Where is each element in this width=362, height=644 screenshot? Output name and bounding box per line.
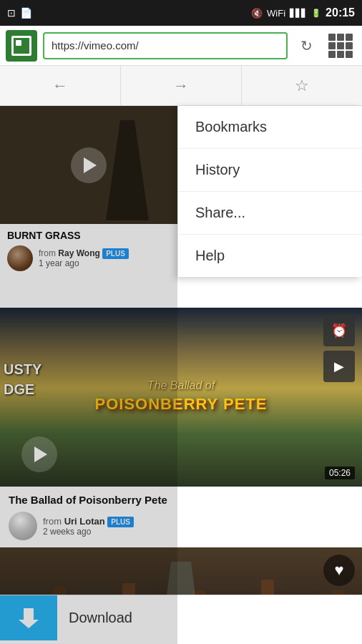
bookmark-icon: ☆ [295, 77, 309, 95]
screen-icon: ⊡ [7, 7, 16, 19]
mute-icon: 🔇 [251, 8, 263, 19]
url-input[interactable] [43, 32, 288, 59]
back-icon: ← [52, 77, 68, 95]
grid-icon [328, 34, 353, 58]
wifi-icon: WiFi [267, 8, 285, 19]
back-button[interactable]: ← [0, 66, 121, 105]
nav-bar: ← → ☆ [0, 66, 362, 106]
dropdown-menu: Bookmarks History Share... Help [177, 106, 362, 277]
bookmark-button[interactable]: ☆ [242, 66, 362, 105]
tabs-button[interactable] [325, 30, 356, 62]
share-button[interactable]: ▶ [323, 351, 355, 382]
status-bar: ⊡ 📄 🔇 WiFi ▋▋▋ 🔋 20:15 [0, 0, 362, 26]
address-bar: ↻ [0, 26, 362, 66]
video-duration: 05:26 [325, 467, 355, 479]
overlay-background [0, 106, 177, 644]
forward-button[interactable]: → [121, 66, 242, 105]
menu-item-share[interactable]: Share... [178, 192, 362, 235]
phone-icon: 📄 [20, 7, 32, 19]
forward-icon: → [173, 77, 189, 95]
status-bar-left: ⊡ 📄 [7, 7, 32, 19]
refresh-button[interactable]: ↻ [293, 33, 319, 59]
browser-logo[interactable] [6, 30, 37, 62]
menu-item-history[interactable]: History [178, 149, 362, 192]
heart-button[interactable]: ♥ [323, 555, 355, 586]
menu-item-help[interactable]: Help [178, 235, 362, 277]
battery-icon: 🔋 [311, 9, 321, 18]
status-time: 20:15 [326, 6, 355, 19]
signal-icon: ▋▋▋ [290, 9, 307, 18]
timer-button[interactable]: ⏰ [323, 315, 355, 346]
menu-item-bookmarks[interactable]: Bookmarks [178, 106, 362, 149]
